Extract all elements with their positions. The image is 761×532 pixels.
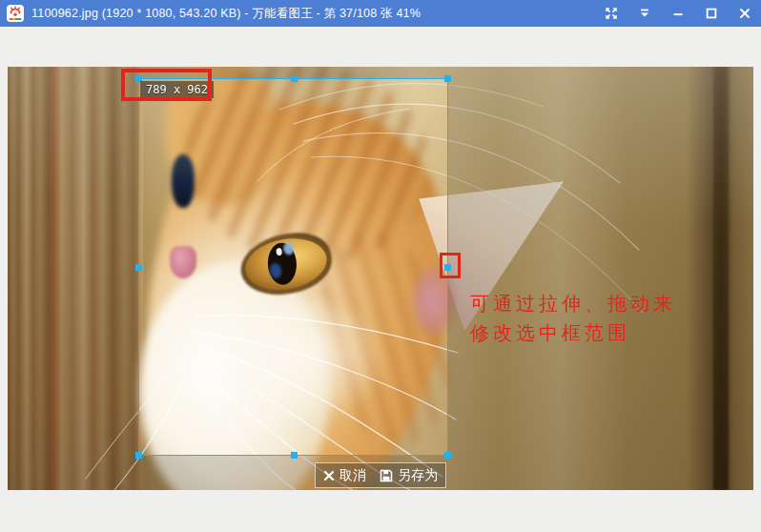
- crop-toolbar: 取消 另存为: [315, 462, 446, 488]
- fullscreen-icon: [605, 7, 618, 20]
- close-icon: [738, 7, 751, 20]
- save-as-button-label: 另存为: [398, 467, 438, 484]
- window-controls: [594, 0, 761, 27]
- app-logo-icon[interactable]: [7, 5, 24, 22]
- minimize-icon: [671, 7, 685, 20]
- photo-canvas: 789 x 962 可通过拉伸、拖动来 修改选中框范围 取消 另存为: [8, 67, 753, 490]
- crop-handle-top-right[interactable]: [444, 75, 451, 82]
- cancel-button-label: 取消: [339, 467, 366, 484]
- annotation-tip-line1: 可通过拉伸、拖动来: [470, 289, 676, 318]
- annotation-box-size-label: [121, 69, 212, 101]
- skin-menu-button[interactable]: [627, 0, 661, 27]
- crop-handle-middle-left[interactable]: [135, 264, 142, 271]
- crop-handle-bottom-right[interactable]: [444, 452, 451, 459]
- crop-dim-top: [8, 67, 753, 78]
- titlebar: 1100962.jpg (1920 * 1080, 543.20 KB) - 万…: [0, 0, 761, 27]
- crop-handle-top-center[interactable]: [291, 75, 298, 82]
- fullscreen-button[interactable]: [594, 0, 627, 27]
- window-title: 1100962.jpg (1920 * 1080, 543.20 KB) - 万…: [31, 6, 421, 22]
- crop-dim-right: [448, 78, 753, 456]
- annotation-tip-line2: 修改选中框范围: [470, 318, 676, 348]
- crop-handle-bottom-center[interactable]: [291, 452, 298, 459]
- cancel-button[interactable]: 取消: [323, 467, 366, 484]
- cancel-x-icon: [323, 470, 335, 481]
- maximize-button[interactable]: [694, 0, 728, 27]
- app-window: 1100962.jpg (1920 * 1080, 543.20 KB) - 万…: [0, 0, 761, 532]
- annotation-tip-text: 可通过拉伸、拖动来 修改选中框范围: [470, 289, 676, 348]
- close-button[interactable]: [728, 0, 761, 27]
- save-as-button[interactable]: 另存为: [380, 467, 438, 484]
- crop-dim-left: [8, 78, 138, 456]
- maximize-icon: [705, 7, 718, 20]
- crop-handle-bottom-left[interactable]: [135, 452, 142, 459]
- chevron-down-icon: [638, 7, 651, 20]
- crop-selection[interactable]: [138, 78, 448, 456]
- save-floppy-icon: [380, 469, 393, 482]
- minimize-button[interactable]: [661, 0, 694, 27]
- annotation-box-handle: [440, 253, 461, 278]
